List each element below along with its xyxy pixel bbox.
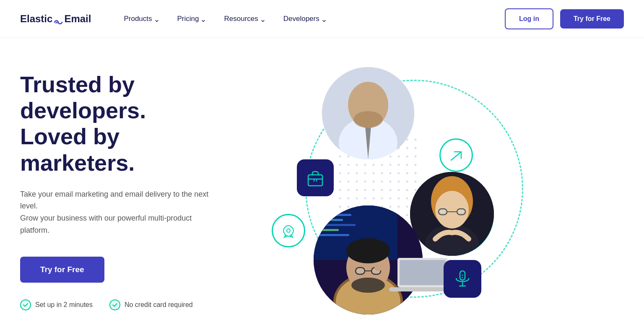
nav-label-resources: Resources	[224, 15, 258, 23]
hero-title-line1: Trusted by developers.	[20, 72, 146, 123]
nav-item-resources[interactable]: Resources	[216, 10, 272, 27]
check-label-1: Set up in 2 minutes	[35, 301, 93, 309]
nav-item-pricing[interactable]: Pricing	[170, 10, 213, 27]
logo-text-elastic: Elastic	[20, 13, 52, 25]
nav-actions: Log in Try for Free	[505, 8, 624, 29]
chevron-down-icon	[155, 17, 159, 21]
avatar-man-suit	[322, 67, 414, 159]
chevron-down-icon-3	[261, 17, 265, 21]
hero-subtitle: Take your email marketing and email deli…	[20, 188, 221, 237]
logo[interactable]: Elastic Email	[20, 13, 91, 25]
logo-text-email: Email	[64, 13, 91, 25]
briefcase-icon-badge	[297, 159, 334, 196]
svg-point-23	[462, 277, 463, 278]
microphone-icon-badge	[444, 260, 481, 298]
svg-point-11	[287, 229, 290, 232]
avatar-woman	[410, 172, 494, 256]
nav-try-free-button[interactable]: Try for Free	[560, 9, 624, 29]
check-credit: No credit card required	[109, 299, 193, 310]
nav-label-pricing: Pricing	[177, 15, 199, 23]
nav-links: Products Pricing Resources Developers	[116, 10, 505, 27]
hero-title-line2: Loved by marketers.	[20, 124, 135, 175]
hero-title: Trusted by developers. Loved by marketer…	[20, 71, 238, 175]
rocket-icon-circle	[272, 214, 305, 247]
svg-point-6	[353, 111, 383, 128]
svg-point-22	[462, 275, 463, 276]
nav-item-developers[interactable]: Developers	[276, 10, 334, 27]
send-icon-circle	[439, 138, 473, 172]
hero-section: Trusted by developers. Loved by marketer…	[0, 38, 644, 325]
hero-try-free-button[interactable]: Try for Free	[20, 257, 104, 283]
check-icon-1	[20, 299, 31, 310]
svg-point-36	[351, 278, 385, 293]
logo-icon	[54, 16, 63, 22]
nav-label-developers: Developers	[283, 15, 319, 23]
svg-point-35	[346, 238, 390, 263]
svg-rect-30	[318, 234, 349, 236]
chevron-down-icon-4	[322, 17, 326, 21]
hero-checks: Set up in 2 minutes No credit card requi…	[20, 299, 238, 310]
check-icon-2	[109, 299, 120, 310]
chevron-down-icon-2	[201, 17, 205, 21]
login-button[interactable]: Log in	[505, 8, 553, 29]
hero-illustration	[255, 55, 624, 325]
check-setup: Set up in 2 minutes	[20, 299, 93, 310]
svg-rect-42	[400, 260, 446, 285]
nav-item-products[interactable]: Products	[116, 10, 166, 27]
svg-rect-16	[439, 209, 447, 215]
svg-rect-37	[356, 268, 365, 274]
navbar: Elastic Email Products Pricing Resources	[0, 0, 644, 38]
hero-left: Trusted by developers. Loved by marketer…	[20, 71, 255, 310]
hero-subtitle-line1: Take your email marketing and email deli…	[20, 190, 208, 211]
hero-subtitle-line2: Grow your business with our powerful mul…	[20, 214, 192, 234]
check-label-2: No credit card required	[125, 301, 193, 309]
svg-point-40	[374, 264, 383, 271]
nav-label-products: Products	[124, 15, 152, 23]
svg-rect-17	[457, 209, 465, 215]
svg-rect-7	[308, 175, 322, 186]
